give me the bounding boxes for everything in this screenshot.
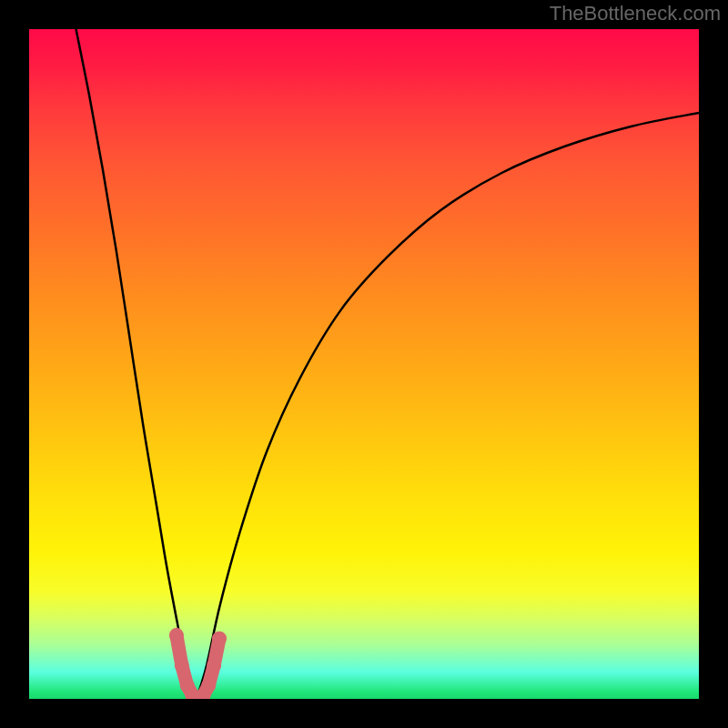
curve-overlay: [29, 29, 699, 699]
optimal-zone-markers: [169, 628, 227, 699]
bottleneck-curve-right: [197, 113, 699, 699]
optimal-zone-point: [169, 628, 184, 642]
optimal-zone-point: [212, 632, 227, 646]
watermark-text: TheBottleneck.com: [550, 2, 721, 25]
chart-container: TheBottleneck.com: [0, 0, 728, 728]
optimal-zone-point: [207, 658, 221, 672]
plot-area: [29, 29, 699, 699]
optimal-zone-point: [175, 658, 189, 672]
bottleneck-curve-left: [76, 29, 197, 699]
optimal-zone-point: [201, 678, 216, 693]
